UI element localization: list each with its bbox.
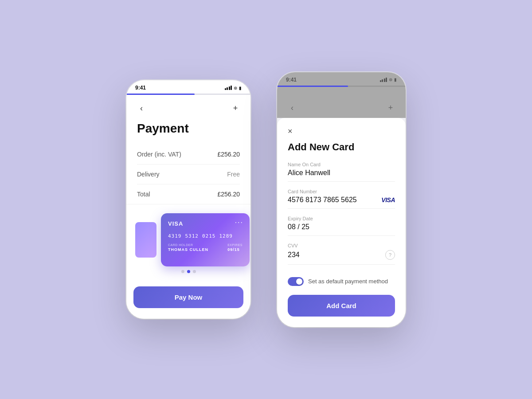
order-label-0: Order (inc. VAT) [137,151,181,158]
card-holder-info: CARD HOLDER THOMAS CULLEN [168,243,208,252]
cvv-label: CVV [288,243,395,248]
card-menu-dots[interactable]: ··· [235,219,243,227]
battery-icon-2: ▮ [394,77,397,82]
cvv-field[interactable]: CVV 234 ? [288,243,395,265]
modal-title: Add New Card [288,141,395,153]
name-field[interactable]: Name On Card Alice Hanwell [288,162,395,182]
order-label-2: Total [137,191,150,198]
visa-logo: VISA [381,196,395,203]
time-2: 9:41 [286,77,297,83]
back-button-1[interactable]: ‹ [135,102,148,114]
card-brand: VISA [168,220,243,227]
modal-nav: ‹ + [277,96,406,118]
card-num-1: 5312 [185,233,199,239]
order-value-1: Free [227,171,240,178]
order-row-0: Order (inc. VAT) £256.20 [137,145,240,164]
payment-phone: 9:41 ⊛ ▮ ‹ + Payment Order (inc. VAT) £ [126,80,250,319]
card-carousel[interactable]: ··· VISA 4319 5312 0215 1289 CARD HOLDER… [126,204,250,283]
order-row-1: Delivery Free [137,164,240,184]
expiry-value[interactable]: 08 / 25 [288,223,395,231]
card-number-value[interactable]: 4576 8173 7865 5625 [288,196,357,204]
nav-bar-1: ‹ + [126,95,250,118]
default-toggle-row: Set as default payment method [288,272,395,291]
wifi-icon: ⊛ [234,86,237,90]
card-num-3: 1289 [219,233,233,239]
status-bar-1: 9:41 ⊛ ▮ [126,80,250,94]
dot-0[interactable] [181,270,184,273]
card-number-field[interactable]: Card Number 4576 8173 7865 5625 VISA [288,189,395,209]
signal-icon [225,86,232,90]
order-summary: Order (inc. VAT) £256.20 Delivery Free T… [126,145,250,204]
cvv-help-button[interactable]: ? [385,250,395,260]
dimmed-bg: ‹ + [277,87,406,118]
order-row-2: Total £256.20 [137,184,240,204]
card-num-2: 0215 [202,233,216,239]
close-button[interactable]: × [288,127,293,136]
payment-title: Payment [126,118,250,145]
card-number-row: 4319 5312 0215 1289 [168,233,243,239]
status-icons-1: ⊛ ▮ [225,86,242,90]
status-icons-2: ⊛ ▮ [380,77,397,82]
card-expires-val: 09/15 [227,247,243,252]
cvv-row: 234 ? [288,250,395,260]
card-footer: CARD HOLDER THOMAS CULLEN EXPIRES 09/15 [168,243,243,252]
card-expires-label: EXPIRES [227,243,243,246]
signal-icon-2 [380,78,387,82]
expiry-field[interactable]: Expiry Date 08 / 25 [288,216,395,236]
wifi-icon-2: ⊛ [389,77,392,82]
payment-screen: ‹ + Payment Order (inc. VAT) £256.20 Del… [126,95,250,319]
cvv-value[interactable]: 234 [288,251,300,259]
card-container: ··· VISA 4319 5312 0215 1289 CARD HOLDER… [126,213,250,266]
status-bar-2: 9:41 ⊛ ▮ [277,72,406,86]
battery-icon: ▮ [239,86,242,90]
card-mini-left[interactable] [135,222,156,258]
time-1: 9:41 [135,85,146,91]
default-toggle[interactable] [288,277,304,286]
add-button-1[interactable]: + [229,102,242,114]
expiry-label: Expiry Date [288,216,395,221]
add-card-phone: 9:41 ⊛ ▮ ‹ + × Add New Card Name On Card… [277,72,406,327]
name-label: Name On Card [288,162,395,167]
add-button-2[interactable]: + [384,102,397,114]
order-value-0: £256.20 [217,151,240,158]
pay-now-button[interactable]: Pay Now [133,286,243,308]
card-num-0: 4319 [168,233,182,239]
dot-1[interactable] [187,270,190,273]
add-card-button[interactable]: Add Card [288,295,395,317]
order-label-1: Delivery [137,171,160,178]
back-button-2[interactable]: ‹ [286,102,298,114]
card-holder-label: CARD HOLDER [168,243,208,246]
card-number-row: 4576 8173 7865 5625 VISA [288,196,395,204]
name-value[interactable]: Alice Hanwell [288,169,395,177]
card-expires-info: EXPIRES 09/15 [227,243,243,252]
dot-2[interactable] [193,270,196,273]
order-value-2: £256.20 [217,191,240,198]
card-number-label: Card Number [288,189,395,194]
card-holder-name: THOMAS CULLEN [168,247,208,252]
carousel-dots [126,266,250,278]
toggle-label: Set as default payment method [308,278,388,285]
credit-card-main[interactable]: ··· VISA 4319 5312 0215 1289 CARD HOLDER… [161,213,250,266]
add-card-modal: × Add New Card Name On Card Alice Hanwel… [277,118,406,327]
